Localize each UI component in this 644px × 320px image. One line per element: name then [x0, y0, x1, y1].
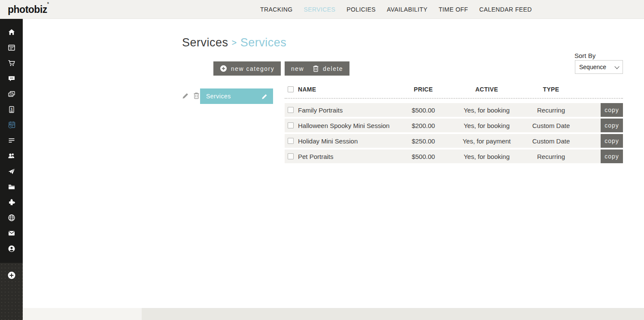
- main-content: Services>Services new category new delet…: [23, 19, 644, 320]
- puzzle-icon: [7, 198, 16, 207]
- table-row-family-portraits[interactable]: Family Portraits $500.00 Yes, for bookin…: [285, 103, 623, 117]
- service-active: Yes, for booking: [456, 153, 518, 160]
- table-header-row: NAME PRICE ACTIVE TYPE: [285, 84, 623, 95]
- copy-button[interactable]: copy: [601, 103, 623, 117]
- new-category-label: new category: [231, 65, 274, 72]
- sidebar-item-account[interactable]: [0, 241, 23, 256]
- pages-icon: [7, 43, 16, 52]
- service-price: $250.00: [391, 137, 456, 145]
- nav-availability[interactable]: AVAILABILITY: [387, 6, 428, 13]
- breadcrumb: Services>Services: [182, 36, 286, 49]
- invoice-icon: $: [7, 105, 16, 114]
- category-item-services[interactable]: Services: [200, 88, 273, 104]
- sidebar-item-home[interactable]: [0, 24, 23, 40]
- edit-category-pencil-icon[interactable]: [182, 92, 189, 99]
- cart-icon: [7, 59, 16, 67]
- category-tools: [182, 92, 200, 99]
- sidebar-item-store[interactable]: [0, 55, 23, 71]
- trash-icon: [313, 65, 319, 72]
- users-icon: [7, 152, 16, 160]
- row-checkbox[interactable]: [288, 107, 294, 113]
- footer-left-strip: [23, 308, 142, 320]
- service-name: Pet Portraits: [298, 153, 391, 160]
- mail-icon: [7, 229, 16, 238]
- sidebar-item-messages[interactable]: [0, 71, 23, 86]
- nav-calendar-feed[interactable]: CALENDAR FEED: [479, 6, 532, 13]
- breadcrumb-section[interactable]: Services: [182, 36, 228, 49]
- sidebar-footer-section: [0, 263, 23, 320]
- category-name: Services: [206, 93, 261, 100]
- services-table-body: Family Portraits $500.00 Yes, for bookin…: [285, 103, 623, 165]
- sort-by-label: Sort By: [574, 52, 595, 59]
- service-price: $500.00: [391, 153, 456, 160]
- sidebar-item-portfolio[interactable]: [0, 86, 23, 102]
- send-plane-icon: [7, 167, 16, 176]
- sort-by-dropdown-wrap: Sequence: [575, 60, 623, 74]
- edit-pencil-icon[interactable]: [261, 93, 268, 100]
- copy-button[interactable]: copy: [601, 134, 623, 148]
- sidebar-item-files[interactable]: [0, 179, 23, 195]
- home-icon: [7, 28, 16, 37]
- sidebar-main-items: $: [0, 19, 23, 256]
- svg-text:$: $: [10, 107, 12, 111]
- service-active: Yes, for payment: [456, 137, 518, 145]
- services-table-header: NAME PRICE ACTIVE TYPE: [285, 84, 623, 95]
- service-type: Recurring: [518, 107, 584, 114]
- column-header-active: ACTIVE: [456, 86, 518, 93]
- service-type: Custom Date: [518, 122, 584, 129]
- column-header-price: PRICE: [391, 86, 456, 93]
- row-checkbox[interactable]: [288, 122, 294, 128]
- sidebar-item-marketing[interactable]: [0, 164, 23, 179]
- row-checkbox[interactable]: [288, 153, 294, 159]
- sidebar-item-lists[interactable]: [0, 133, 23, 148]
- sort-by-select[interactable]: Sequence: [575, 60, 623, 74]
- table-row-pet-portraits[interactable]: Pet Portraits $500.00 Yes, for booking R…: [285, 149, 623, 163]
- service-type: Custom Date: [518, 137, 584, 145]
- nav-tracking[interactable]: TRACKING: [260, 6, 293, 13]
- logo-mark: °: [47, 1, 49, 6]
- list-icon: [7, 136, 16, 145]
- icon-sidebar: $: [0, 19, 23, 320]
- breadcrumb-current-page: Services: [240, 36, 287, 49]
- copy-button[interactable]: copy: [601, 119, 623, 132]
- sidebar-item-scheduler[interactable]: [0, 117, 23, 133]
- service-name: Halloween Spooky Mini Session: [298, 122, 391, 129]
- nav-policies[interactable]: POLICIES: [346, 6, 376, 13]
- account-icon: [7, 244, 16, 253]
- photobiz-logo[interactable]: photobiz°: [8, 4, 49, 15]
- plus-circle-icon: [7, 271, 16, 280]
- select-all-checkbox[interactable]: [288, 86, 294, 92]
- new-category-button[interactable]: new category: [213, 61, 281, 76]
- nav-services[interactable]: SERVICES: [304, 6, 336, 13]
- chat-icon: [7, 74, 16, 83]
- delete-button[interactable]: delete: [306, 61, 349, 76]
- logo-text: photobiz: [8, 4, 47, 15]
- folder-icon: [7, 183, 16, 191]
- sidebar-item-pages[interactable]: [0, 40, 23, 55]
- sidebar-item-domains[interactable]: [0, 210, 23, 226]
- row-checkbox[interactable]: [288, 138, 294, 144]
- plus-icon: [220, 65, 227, 72]
- table-row-halloween-spooky-mini-session[interactable]: Halloween Spooky Mini Session $200.00 Ye…: [285, 119, 623, 132]
- scheduler-calendar-clock-icon: [7, 120, 16, 130]
- topbar: photobiz° TRACKING SERVICES POLICIES AVA…: [0, 0, 644, 19]
- delete-category-trash-icon[interactable]: [193, 92, 200, 99]
- service-price: $200.00: [391, 122, 456, 129]
- table-row-holiday-mini-session[interactable]: Holiday Mini Session $250.00 Yes, for pa…: [285, 134, 623, 148]
- sidebar-item-addons[interactable]: [0, 195, 23, 210]
- globe-icon: [7, 213, 16, 222]
- service-price: $500.00: [391, 107, 456, 114]
- copy-button[interactable]: copy: [601, 149, 623, 163]
- nav-time-off[interactable]: TIME OFF: [439, 6, 468, 13]
- top-navigation: TRACKING SERVICES POLICIES AVAILABILITY …: [260, 0, 532, 19]
- sidebar-item-invoices[interactable]: $: [0, 102, 23, 117]
- service-name: Family Portraits: [298, 107, 391, 114]
- service-type: Recurring: [518, 153, 584, 160]
- sidebar-add-button[interactable]: [0, 268, 23, 283]
- page: photobiz° TRACKING SERVICES POLICIES AVA…: [0, 0, 644, 320]
- service-active: Yes, for booking: [456, 122, 518, 129]
- sidebar-item-clients[interactable]: [0, 148, 23, 164]
- sidebar-item-mail[interactable]: [0, 226, 23, 241]
- footer-right-strip: [142, 308, 644, 320]
- new-label: new: [291, 65, 304, 72]
